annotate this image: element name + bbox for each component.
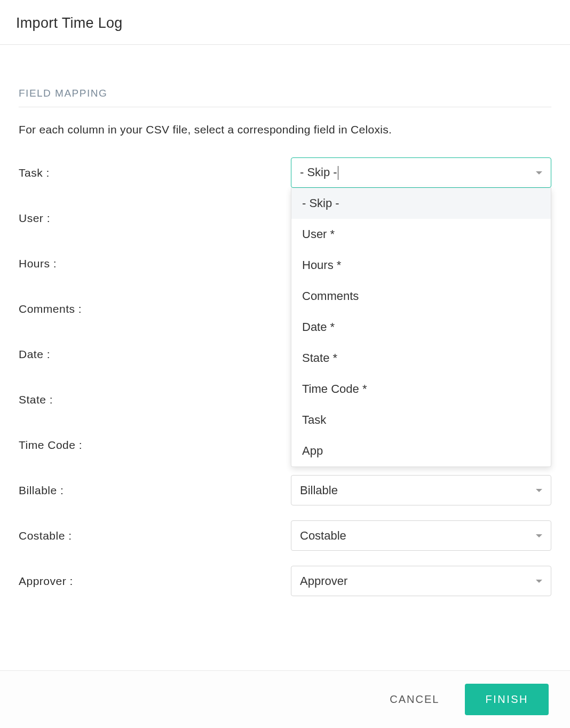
select-wrapper-task: - Skip - - Skip - User * Hours * Comment… <box>291 157 551 188</box>
section-title: FIELD MAPPING <box>19 88 551 107</box>
dialog-header: Import Time Log <box>0 0 570 45</box>
text-cursor <box>338 166 338 180</box>
select-billable[interactable]: Billable <box>291 475 551 505</box>
field-row-billable: Billable : Billable <box>19 475 551 505</box>
chevron-down-icon <box>536 534 542 537</box>
cancel-button[interactable]: CANCEL <box>385 686 444 713</box>
field-label: Hours : <box>19 257 291 270</box>
select-approver[interactable]: Approver <box>291 566 551 596</box>
field-label: Comments : <box>19 303 291 315</box>
field-label: Time Code : <box>19 439 291 452</box>
field-row-approver: Approver : Approver <box>19 566 551 596</box>
field-label: Costable : <box>19 529 291 542</box>
dropdown-option-user[interactable]: User * <box>291 219 551 250</box>
dropdown-option-timecode[interactable]: Time Code * <box>291 374 551 405</box>
field-row-task: Task : - Skip - - Skip - User * Hours * … <box>19 157 551 188</box>
dropdown-option-app[interactable]: App <box>291 436 551 466</box>
field-label: State : <box>19 393 291 406</box>
select-costable[interactable]: Costable <box>291 520 551 551</box>
section-description: For each column in your CSV file, select… <box>19 123 551 136</box>
dropdown-option-state[interactable]: State * <box>291 343 551 374</box>
chevron-down-icon <box>536 489 542 492</box>
chevron-down-icon <box>536 171 542 175</box>
select-wrapper: Billable <box>291 475 551 505</box>
content-area: FIELD MAPPING For each column in your CS… <box>0 45 570 675</box>
select-value: Costable <box>300 529 529 543</box>
dropdown-option-hours[interactable]: Hours * <box>291 250 551 281</box>
field-label: Billable : <box>19 484 291 497</box>
dropdown-option-task[interactable]: Task <box>291 405 551 436</box>
select-value: Approver <box>300 574 529 588</box>
dropdown-option-date[interactable]: Date * <box>291 312 551 343</box>
select-wrapper: Approver <box>291 566 551 596</box>
finish-button[interactable]: FINISH <box>465 684 549 715</box>
field-label: Task : <box>19 167 291 179</box>
field-label: User : <box>19 212 291 225</box>
dialog-footer: CANCEL FINISH <box>0 670 570 728</box>
dropdown-option-comments[interactable]: Comments <box>291 281 551 312</box>
dropdown-menu: - Skip - User * Hours * Comments Date * … <box>291 188 551 467</box>
select-wrapper: Costable <box>291 520 551 551</box>
select-value: Billable <box>300 484 529 497</box>
field-row-costable: Costable : Costable <box>19 520 551 551</box>
dropdown-option-skip[interactable]: - Skip - <box>291 188 551 219</box>
select-value: - Skip - <box>300 165 529 180</box>
page-title: Import Time Log <box>16 15 554 31</box>
field-label: Approver : <box>19 575 291 588</box>
field-label: Date : <box>19 348 291 361</box>
chevron-down-icon <box>536 580 542 583</box>
select-task[interactable]: - Skip - <box>291 157 551 188</box>
